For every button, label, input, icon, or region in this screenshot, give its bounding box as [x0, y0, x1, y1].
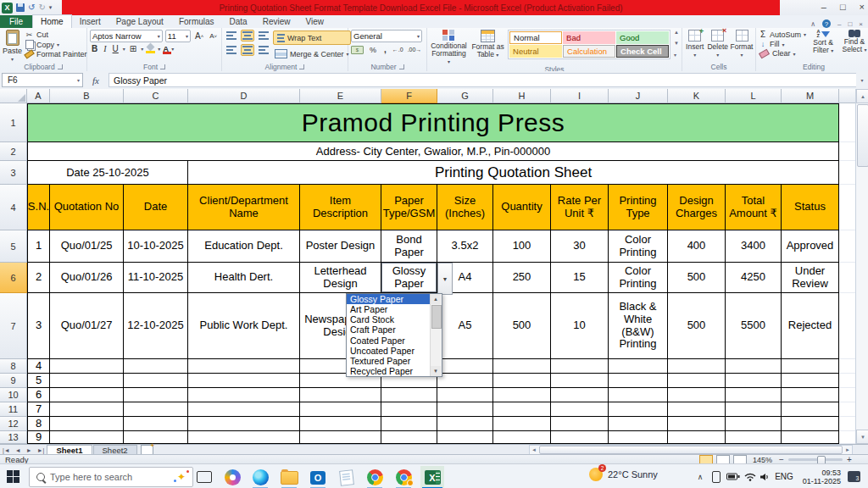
cell-L10[interactable]	[726, 388, 782, 402]
row-header-12[interactable]: 12	[0, 417, 27, 431]
cell-B7[interactable]: Quo/01/27	[50, 293, 124, 359]
file-explorer-icon[interactable]	[277, 466, 301, 488]
sort-filter-button[interactable]: AZ Sort &Filter ▾	[809, 30, 837, 54]
cell-A9[interactable]: 5	[27, 374, 50, 388]
row-header-1[interactable]: 1	[0, 103, 27, 142]
start-button[interactable]	[7, 470, 19, 483]
dropdown-scroll-thumb[interactable]	[431, 305, 442, 329]
cell-I5[interactable]: 30	[551, 230, 609, 263]
close-button[interactable]: ×	[860, 2, 865, 12]
cell-I12[interactable]	[551, 417, 609, 431]
cell-L6[interactable]: 4250	[726, 263, 782, 293]
column-header-L[interactable]: L	[726, 89, 782, 103]
cell-J10[interactable]	[609, 388, 668, 402]
conditional-formatting-button[interactable]: ConditionalFormatting ▾	[430, 30, 468, 65]
header-cell-H4[interactable]: Quantity	[493, 185, 551, 230]
row-header-8[interactable]: 8	[0, 359, 27, 374]
excel-taskbar-icon[interactable]: X	[420, 466, 444, 488]
cell-B6[interactable]: Quo/01/26	[50, 263, 124, 293]
cell-H5[interactable]: 100	[493, 230, 551, 263]
cell-D5[interactable]: Education Dept.	[188, 230, 300, 263]
align-left-button[interactable]	[225, 44, 238, 56]
tab-formulas[interactable]: Formulas	[171, 15, 222, 28]
maximize-button[interactable]: □	[840, 2, 846, 12]
cell-G9[interactable]	[437, 374, 493, 388]
cell-D12[interactable]	[188, 417, 300, 431]
cell-M8[interactable]	[782, 359, 839, 374]
cell-G5[interactable]: 3.5x2	[437, 230, 493, 263]
top-align-button[interactable]	[225, 30, 238, 42]
style-bad[interactable]: Bad	[563, 31, 615, 44]
row-header-4[interactable]: 4	[0, 185, 27, 230]
cell-A8[interactable]: 4	[27, 359, 50, 374]
dropdown-item-glossy-paper[interactable]: Glossy Paper	[347, 294, 431, 304]
tab-view[interactable]: View	[298, 15, 331, 28]
header-cell-J4[interactable]: Printing Type	[609, 185, 668, 230]
header-cell-A4[interactable]: S.N.	[27, 185, 50, 230]
cell-A13[interactable]: 9	[27, 431, 50, 444]
dropdown-item-craft-paper[interactable]: Craft Paper	[347, 324, 431, 335]
cell-address[interactable]: Address- City Center, Gwalior, M.P., Pin…	[27, 142, 839, 161]
formula-input[interactable]: Glossy Paper	[108, 73, 856, 87]
header-cell-F4[interactable]: Paper Type/GSM	[381, 185, 437, 230]
row-header-11[interactable]: 11	[0, 402, 27, 417]
dropdown-scroll-down-icon[interactable]: ▼	[431, 366, 441, 376]
cell-H9[interactable]	[493, 374, 551, 388]
language-indicator[interactable]: ENG	[773, 464, 795, 488]
dropdown-item-coated-paper[interactable]: Coated Paper	[347, 336, 431, 346]
cell-J12[interactable]	[609, 417, 668, 431]
cell-E11[interactable]	[300, 402, 381, 417]
dropdown-item-art-paper[interactable]: Art Paper	[347, 304, 431, 314]
cell-G11[interactable]	[437, 402, 493, 417]
cell-quotation-title[interactable]: Printing Quotation Sheet	[188, 161, 839, 185]
cell-D11[interactable]	[188, 402, 300, 417]
cell-F12[interactable]	[381, 417, 437, 431]
cell-D10[interactable]	[188, 388, 300, 402]
sheet-nav-last-icon[interactable]: ►|	[35, 447, 47, 453]
italic-button[interactable]: I	[102, 44, 108, 53]
show-hidden-icons-chevron[interactable]: ∧	[693, 464, 707, 488]
outlook-icon[interactable]: O	[306, 466, 330, 488]
format-painter-button[interactable]: Format Painter	[25, 50, 87, 58]
weather-widget[interactable]: 2 22°C Sunny	[589, 468, 658, 481]
cell-E10[interactable]	[300, 388, 381, 402]
column-header-D[interactable]: D	[188, 89, 300, 103]
style-calculation[interactable]: Calculation	[563, 45, 615, 58]
dropdown-scroll-up-icon[interactable]: ▲	[431, 294, 441, 304]
cell-C7[interactable]: 12-10-2025	[124, 293, 188, 359]
redo-icon[interactable]: ↻	[38, 2, 45, 14]
cell-B9[interactable]	[50, 374, 124, 388]
cell-I7[interactable]: 10	[551, 293, 609, 359]
cell-C9[interactable]	[124, 374, 188, 388]
sheet-nav-prev-icon[interactable]: ◄	[13, 447, 24, 453]
task-view-icon[interactable]	[197, 471, 212, 483]
cell-M11[interactable]	[782, 402, 839, 417]
row-header-6[interactable]: 6	[0, 263, 27, 293]
phone-link-icon[interactable]	[710, 464, 722, 488]
format-as-table-button[interactable]: Format asTable ▾	[470, 30, 505, 58]
underline-button[interactable]: U	[111, 44, 120, 53]
cell-A5[interactable]: 1	[27, 230, 50, 263]
column-header-C[interactable]: C	[124, 89, 188, 103]
header-cell-C4[interactable]: Date	[124, 185, 188, 230]
cell-B8[interactable]	[50, 359, 124, 374]
collapse-ribbon-icon[interactable]: ∧	[810, 20, 815, 28]
cell-A7[interactable]: 3	[27, 293, 50, 359]
cell-H11[interactable]	[493, 402, 551, 417]
cell-K7[interactable]: 500	[668, 293, 726, 359]
scroll-up-icon[interactable]: ▲	[856, 89, 868, 103]
accounting-format-icon[interactable]: $	[351, 46, 364, 54]
number-format-combo[interactable]: General▾	[351, 30, 422, 42]
cell-B11[interactable]	[50, 402, 124, 417]
header-cell-L4[interactable]: Total Amount ₹	[726, 185, 782, 230]
style-neutral[interactable]: Neutral	[509, 45, 562, 58]
column-header-J[interactable]: J	[609, 89, 668, 103]
taskbar-search[interactable]: Type here to search ✦	[29, 467, 193, 487]
format-cells-button[interactable]: Format▾	[731, 30, 753, 58]
delete-cells-button[interactable]: ×Delete▾	[707, 30, 728, 58]
cell-dropdown-button[interactable]: ▼	[437, 263, 453, 295]
header-cell-D4[interactable]: Client/Department Name	[188, 185, 300, 230]
cell-L13[interactable]	[726, 431, 782, 444]
cell-D6[interactable]: Health Dert.	[188, 263, 300, 293]
cell-K12[interactable]	[668, 417, 726, 431]
